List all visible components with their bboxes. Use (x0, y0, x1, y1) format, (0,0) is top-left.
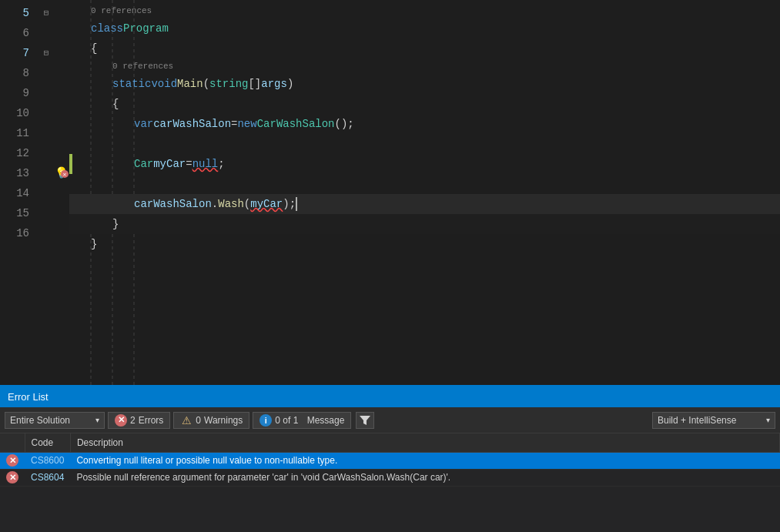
line-num-16: 16 (9, 223, 29, 243)
code-line-11[interactable]: Car myCar = null; (69, 154, 780, 174)
warnings-filter-button[interactable]: ⚠ 0 Warnings (173, 412, 249, 429)
filter-label: Entire Solution (10, 415, 70, 426)
null-keyword: null (192, 154, 219, 174)
error-table: Code Description ✕ CS8600 (0, 433, 780, 487)
error-desc-value-1: Converting null literal or possible null… (76, 455, 337, 466)
table-row[interactable]: ✕ CS8600 Converting null literal or poss… (0, 452, 780, 469)
build-chevron-icon: ▾ (766, 416, 770, 424)
errors-filter-button[interactable]: ✕ 2 Errors (108, 412, 170, 429)
message-label: Message (307, 415, 345, 426)
code-line-14[interactable]: } (69, 214, 780, 234)
paren-open: ( (203, 74, 209, 94)
row-error-icon-1: ✕ (6, 454, 18, 467)
type-string: string (209, 74, 248, 94)
code-line-12[interactable] (69, 174, 780, 194)
fold-spacer-8 (38, 63, 54, 83)
gi-6 (54, 23, 69, 43)
line-num-7: 7 (9, 43, 29, 63)
fold-spacer-12 (38, 143, 54, 163)
code-line-13[interactable]: carWashSalon.Wash(myCar); (69, 194, 780, 214)
gi-8 (54, 63, 69, 83)
build-dropdown[interactable]: Build + IntelliSense ▾ (652, 412, 775, 429)
error-list-panel: Error List Entire Solution ▾ ✕ 2 Errors … (0, 385, 780, 532)
col-header-code: Code (25, 433, 70, 452)
gi-16 (54, 223, 69, 243)
close-brace-2: } (91, 234, 97, 254)
funnel-icon (360, 416, 370, 425)
build-filter-area[interactable]: Build + IntelliSense ▾ (652, 412, 775, 429)
gi-12 (54, 143, 69, 163)
gi-14 (54, 183, 69, 203)
keyword-var-1: var (134, 114, 153, 134)
line-num-5: 5 (9, 3, 29, 23)
line-num-11: 11 (9, 123, 29, 143)
message-count: 0 of 1 (275, 415, 298, 426)
filter-chevron-icon: ▾ (95, 416, 99, 424)
fold-spacer-15 (38, 203, 54, 223)
code-content[interactable]: 0 references class Program { 0 reference… (69, 0, 780, 385)
code-line-16[interactable] (69, 254, 780, 274)
table-row[interactable]: ✕ CS8604 Possible null reference argumen… (0, 469, 780, 486)
col-header-description: Description (70, 433, 779, 452)
warning-icon: ⚠ (180, 414, 192, 427)
messages-filter-button[interactable]: i 0 of 1 Message (253, 412, 351, 429)
code-line-8[interactable]: { (69, 94, 780, 114)
var-carwashsalon: carWashSalon (153, 114, 231, 134)
line-num-9: 9 (9, 83, 29, 103)
fold-spacer-14 (38, 183, 54, 203)
table-header-row: Code Description (0, 433, 780, 452)
filter-icon-button[interactable] (356, 412, 374, 429)
code-line-15[interactable]: } (69, 234, 780, 254)
error-list-titlebar: Error List (0, 386, 780, 407)
error-icon: ✕ (115, 414, 127, 427)
error-table-container[interactable]: Code Description ✕ CS8600 (0, 433, 780, 532)
gi-15 (54, 203, 69, 223)
error-code-value-2: CS8604 (31, 472, 64, 483)
line-num-6: 6 (9, 23, 29, 43)
error-desc-cell-1: Converting null literal or possible null… (70, 452, 779, 469)
info-icon: i (259, 414, 272, 427)
gi-9 (54, 83, 69, 103)
line-num-12: 12 (9, 143, 29, 163)
open-brace-1: { (91, 38, 97, 59)
fold-btn-5[interactable]: ⊟ (38, 3, 54, 23)
line-num-15: 15 (9, 203, 29, 223)
code-editor[interactable]: 5 6 7 8 9 10 11 12 13 14 15 16 ⊟ ⊟ (0, 0, 780, 385)
keyword-class: class (91, 18, 123, 38)
fold-gutter[interactable]: ⊟ ⊟ (38, 0, 54, 385)
code-line-10[interactable] (69, 134, 780, 154)
line-num-8: 8 (9, 63, 29, 83)
keyword-static: static (112, 74, 151, 94)
code-line-9[interactable]: var carWashSalon = new CarWashSalon(); (69, 114, 780, 134)
gi-7 (54, 43, 69, 63)
type-carwashsalon: CarWashSalon (257, 114, 335, 134)
code-line-5[interactable]: class Program (69, 18, 780, 38)
line-num-13: 13 (9, 163, 29, 183)
error-desc-value-2: Possible null reference argument for par… (76, 472, 450, 483)
close-brace-1: } (112, 214, 119, 234)
var-ref-carwashsalon: carWashSalon (134, 194, 212, 214)
refs-label-7: 0 references (69, 59, 780, 74)
filter-dropdown[interactable]: Entire Solution ▾ (5, 412, 105, 429)
var-ref-mycar: myCar (250, 194, 283, 214)
row-error-icon-2: ✕ (6, 471, 18, 483)
fold-btn-7[interactable]: ⊟ (38, 43, 54, 63)
method-main: Main (177, 74, 203, 94)
error-code-value-1: CS8600 (31, 455, 64, 466)
fold-spacer-16 (38, 223, 54, 243)
refs-label-5: 0 references (69, 3, 780, 18)
fold-spacer-9 (38, 83, 54, 103)
class-name: Program (123, 18, 169, 38)
code-line-6[interactable]: { (69, 38, 780, 59)
code-line-7[interactable]: static void Main(string[] args) (69, 74, 780, 94)
method-wash: Wash (218, 194, 244, 214)
error-count: 2 (130, 415, 136, 426)
yellow-change-bar (69, 154, 72, 174)
error-row-icon-cell-1: ✕ (0, 452, 25, 469)
gi-5 (54, 3, 69, 23)
gutter-icons: 💡 ✕ (54, 0, 69, 385)
error-list-title: Error List (8, 391, 49, 403)
error-list-toolbar: Entire Solution ▾ ✕ 2 Errors ⚠ 0 Warning… (0, 407, 780, 433)
error-row-icon-cell-2: ✕ (0, 469, 25, 486)
open-brace-2: { (112, 94, 119, 114)
